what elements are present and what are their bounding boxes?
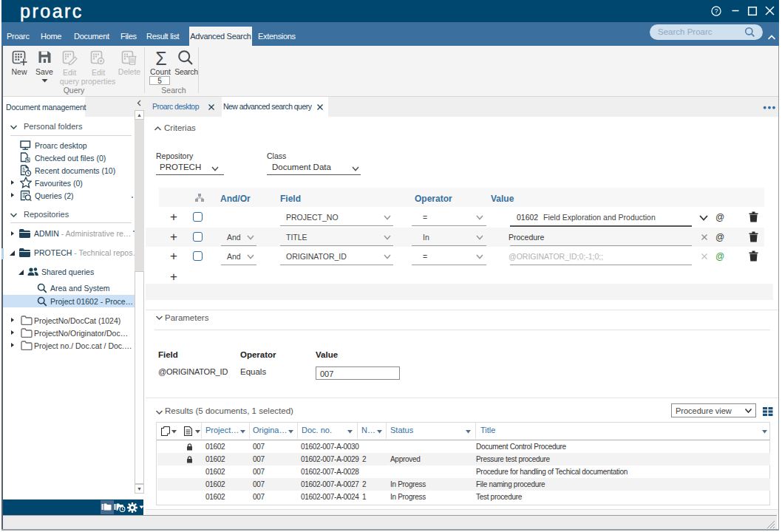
svg-text:?: ? xyxy=(715,7,718,15)
